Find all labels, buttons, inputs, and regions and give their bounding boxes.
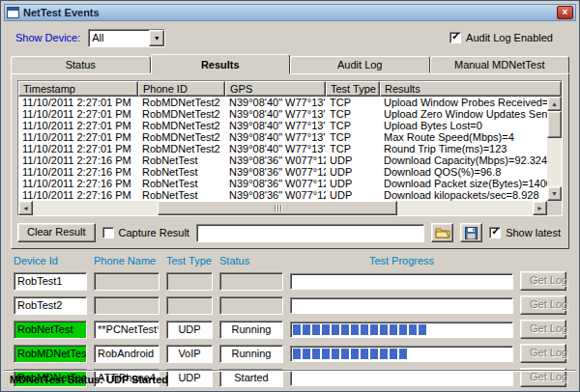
cell-test-type: UDP (326, 154, 380, 166)
open-folder-icon (435, 227, 450, 238)
cell-phone-id: RobNetTest (138, 189, 225, 201)
get-log-button[interactable]: Get Log (520, 295, 566, 315)
table-row[interactable]: 11/10/2011 2:27:16 PM RobNetTest N39°08'… (18, 189, 547, 201)
table-row[interactable]: 11/10/2011 2:27:01 PM RobMDNetTest2 N39°… (18, 108, 547, 120)
cell-results: Upload Zero Window Updates Sent=0 (380, 108, 547, 120)
cell-test-type: TCP (326, 97, 380, 108)
cell-timestamp: 11/10/2011 2:27:16 PM (18, 154, 138, 166)
nettest-events-window: NetTest Events × Show Device: All ▼ Audi… (0, 0, 580, 392)
column-header-gps[interactable]: GPS (225, 81, 326, 97)
table-row[interactable]: 11/10/2011 2:27:01 PM RobMDNetTest2 N39°… (18, 131, 547, 143)
titlebar[interactable]: NetTest Events × (4, 4, 576, 21)
cell-results: Upload Bytes Lost=0 (380, 120, 547, 131)
cell-test-type: TCP (326, 131, 380, 143)
cell-test-type: TCP (326, 108, 380, 120)
column-header-test-type[interactable]: Test Type (326, 81, 380, 97)
cell-test-type: TCP (326, 120, 380, 131)
scroll-right-button[interactable]: ► (533, 201, 547, 215)
cell-phone-id: RobMDNetTest2 (138, 108, 225, 120)
cell-test-type: UDP (326, 178, 380, 189)
show-latest-label: Show latest (506, 227, 561, 238)
cell-timestamp: 11/10/2011 2:27:01 PM (18, 131, 138, 143)
tab-audit-log[interactable]: Audit Log (290, 56, 430, 73)
test-type-box: UDP (166, 321, 213, 339)
capture-result-checkbox[interactable]: Capture Result (102, 227, 189, 238)
column-header-results[interactable]: Results (380, 81, 562, 97)
table-row[interactable]: 11/10/2011 2:27:16 PM RobNetTest N39°08'… (18, 178, 547, 189)
toolbar-row: Show Device: All ▼ Audit Log Enabled (15, 26, 565, 49)
audit-log-checkbox-box[interactable] (450, 32, 461, 43)
cell-phone-id: RobMDNetTest2 (138, 120, 225, 131)
show-device-value: All (89, 30, 149, 46)
scroll-down-arrow-icon: ▼ (551, 190, 558, 197)
show-latest-checkbox[interactable]: Show latest (489, 227, 561, 238)
test-progress-bar (290, 322, 513, 338)
status-bar-text: MDNetTest Status: UDP Started (10, 374, 168, 385)
status-box: Running (219, 345, 283, 363)
device-id-box: RobNetTest (14, 321, 87, 339)
cell-gps: N39°08'40" W77°13'19" (225, 143, 326, 154)
cell-timestamp: 11/10/2011 2:27:16 PM (18, 178, 138, 189)
column-header-phone-id[interactable]: Phone ID (138, 81, 225, 97)
header-test-progress: Test Progress (290, 255, 513, 266)
cell-phone-id: RobMDNetTest2 (138, 97, 225, 108)
table-row[interactable]: 11/10/2011 2:27:16 PM RobNetTest N39°08'… (18, 154, 547, 166)
horizontal-scrollbar[interactable]: ◄ ► (18, 201, 547, 215)
scroll-down-button[interactable]: ▼ (547, 186, 562, 201)
audit-log-label: Audit Log Enabled (466, 32, 553, 43)
capture-file-input[interactable] (196, 224, 424, 242)
results-table-header: Timestamp Phone ID GPS Test Type Results (18, 81, 562, 97)
table-row[interactable]: 11/10/2011 2:27:01 PM RobMDNetTest2 N39°… (18, 143, 547, 154)
tab-results[interactable]: Results (151, 54, 291, 74)
cell-timestamp: 11/10/2011 2:27:01 PM (18, 97, 138, 108)
header-phone-name: Phone Name (94, 255, 160, 266)
tab-status[interactable]: Status (11, 56, 151, 73)
test-progress-bar (290, 346, 513, 362)
device-row: RobMDNetTest RobAndroid VoIP Running Get… (14, 344, 566, 363)
cell-gps: N39°08'36" W077°12'57" (225, 166, 326, 178)
show-latest-checkbox-box[interactable] (489, 227, 501, 238)
hscroll-track[interactable] (33, 201, 533, 215)
scroll-up-arrow-icon: ▲ (551, 100, 558, 107)
scroll-left-button[interactable]: ◄ (18, 201, 33, 215)
table-row[interactable]: 11/10/2011 2:27:01 PM RobMDNetTest2 N39°… (18, 120, 547, 131)
scroll-left-arrow-icon: ◄ (22, 205, 29, 211)
cell-results: Upload Window Probes Received=0 (380, 97, 547, 108)
vertical-scrollbar[interactable]: ▲ ▼ (547, 97, 562, 201)
show-device-select[interactable]: All ▼ (88, 29, 165, 47)
clear-result-button[interactable]: Clear Result (17, 223, 96, 242)
tab-manual-mdnettest[interactable]: Manual MDNetTest (430, 56, 570, 73)
device-row: RobTest2 Get Log (14, 295, 566, 315)
table-row[interactable]: 11/10/2011 2:27:16 PM RobNetTest N39°08'… (18, 166, 547, 178)
audit-log-enabled-checkbox[interactable]: Audit Log Enabled (450, 32, 553, 43)
browse-folder-button[interactable] (431, 223, 453, 242)
scroll-up-button[interactable]: ▲ (547, 97, 562, 111)
save-result-button[interactable] (460, 223, 482, 242)
device-grid: Device Id Phone Name Test Type Status Te… (14, 255, 566, 368)
results-tab-panel: Timestamp Phone ID GPS Test Type Results… (11, 73, 569, 249)
cell-results: Download Packet size(Bytes)=1400 (380, 178, 547, 189)
hscroll-thumb[interactable] (158, 201, 397, 215)
column-header-timestamp[interactable]: Timestamp (18, 81, 138, 97)
cell-timestamp: 11/10/2011 2:27:01 PM (18, 108, 138, 120)
capture-result-checkbox-box[interactable] (102, 227, 114, 238)
cell-test-type: UDP (326, 166, 380, 178)
phone-name-box (94, 296, 160, 315)
cell-gps: N39°08'36" W077°12'57" (225, 189, 326, 201)
grip-icon (277, 205, 278, 211)
vscroll-thumb[interactable] (547, 111, 562, 138)
scroll-right-arrow-icon: ► (536, 205, 543, 211)
table-row[interactable]: 11/10/2011 2:27:01 PM RobMDNetTest2 N39°… (18, 97, 547, 108)
device-id-box: RobTest1 (14, 272, 87, 291)
get-log-button[interactable]: Get Log (520, 271, 566, 291)
test-progress-bar (290, 297, 513, 314)
close-button[interactable]: × (557, 6, 573, 19)
cell-timestamp: 11/10/2011 2:27:01 PM (18, 120, 138, 131)
tab-strip: Status Results Audit Log Manual MDNetTes… (11, 53, 569, 73)
get-log-button[interactable]: Get Log (520, 344, 566, 363)
status-bar: MDNetTest Status: UDP Started (4, 370, 576, 388)
get-log-button[interactable]: Get Log (520, 320, 566, 339)
cell-results: Download kilopackets/sec=8.928 (380, 189, 547, 201)
chevron-down-icon[interactable]: ▼ (149, 30, 164, 46)
device-grid-header: Device Id Phone Name Test Type Status Te… (14, 255, 566, 266)
